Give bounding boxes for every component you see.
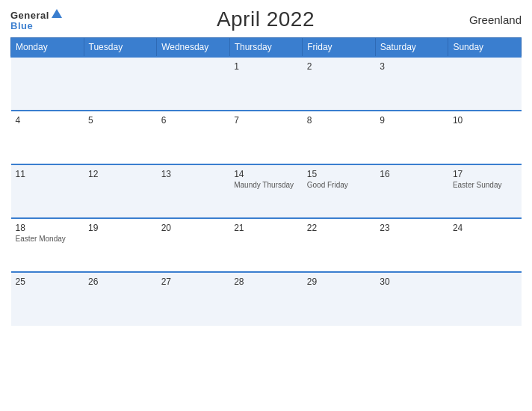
cell-apr-23: 23	[375, 218, 448, 272]
header-sunday: Sunday	[448, 38, 522, 58]
cell-apr-2: 2	[303, 57, 376, 111]
calendar-header: Monday Tuesday Wednesday Thursday Friday…	[11, 38, 522, 58]
header: General Blue April 2022 Greenland	[10, 7, 522, 31]
logo-blue: Blue	[10, 21, 62, 31]
cell-apr-27: 27	[157, 272, 230, 326]
cell-apr-12: 12	[84, 164, 157, 218]
week-row-5: 25 26 27 28 29 30	[11, 272, 522, 326]
cell-apr-29: 29	[303, 272, 376, 326]
cell-apr-3: 3	[375, 57, 448, 111]
cell-apr-28: 28	[229, 272, 303, 326]
cell-apr-9: 9	[375, 111, 448, 164]
week-row-2: 4 5 6 7 8 9 10	[11, 111, 522, 164]
cell-apr-11: 11	[11, 164, 84, 218]
days-header-row: Monday Tuesday Wednesday Thursday Friday…	[11, 38, 522, 58]
cell-apr-17: 17 Easter Sunday	[448, 164, 522, 218]
header-friday: Friday	[303, 38, 376, 58]
cell-apr-6: 6	[157, 111, 230, 164]
cell-apr-22: 22	[303, 218, 376, 272]
week-row-4: 18 Easter Monday 19 20 21 22 23 24	[11, 218, 522, 272]
cell-apr-19: 19	[84, 218, 157, 272]
cell-apr-16: 16	[375, 164, 448, 218]
cell-apr-30: 30	[375, 272, 448, 326]
cell-apr-20: 20	[157, 218, 230, 272]
logo-triangle-icon	[52, 9, 62, 18]
logo-general: General	[10, 9, 62, 21]
cell-empty-5	[448, 272, 522, 326]
header-thursday: Thursday	[229, 38, 303, 58]
header-monday: Monday	[11, 38, 84, 58]
cell-apr-18: 18 Easter Monday	[11, 218, 84, 272]
calendar-title: April 2022	[217, 7, 315, 31]
header-tuesday: Tuesday	[84, 38, 157, 58]
calendar-region: Greenland	[469, 13, 522, 26]
cell-empty-4	[448, 57, 522, 111]
cell-apr-21: 21	[229, 218, 303, 272]
logo: General Blue	[10, 9, 62, 31]
cell-empty-1	[11, 57, 84, 111]
calendar-table: Monday Tuesday Wednesday Thursday Friday…	[10, 37, 522, 326]
cell-apr-26: 26	[84, 272, 157, 326]
calendar-body: 1 2 3 4 5 6 7 8 9 10 11 12 13 14	[11, 57, 522, 326]
week-row-3: 11 12 13 14 Maundy Thursday 15 Good Frid…	[11, 164, 522, 218]
week-row-1: 1 2 3	[11, 57, 522, 111]
cell-apr-10: 10	[448, 111, 522, 164]
cell-apr-25: 25	[11, 272, 84, 326]
cell-apr-4: 4	[11, 111, 84, 164]
cell-apr-7: 7	[229, 111, 303, 164]
cell-apr-15: 15 Good Friday	[303, 164, 376, 218]
cell-apr-24: 24	[448, 218, 522, 272]
cell-empty-2	[84, 57, 157, 111]
cell-apr-8: 8	[303, 111, 376, 164]
header-saturday: Saturday	[375, 38, 448, 58]
header-wednesday: Wednesday	[157, 38, 230, 58]
cell-apr-14: 14 Maundy Thursday	[229, 164, 303, 218]
page: General Blue April 2022 Greenland Monday…	[0, 0, 532, 411]
cell-apr-13: 13	[157, 164, 230, 218]
cell-apr-1: 1	[229, 57, 303, 111]
cell-apr-5: 5	[84, 111, 157, 164]
cell-empty-3	[157, 57, 230, 111]
